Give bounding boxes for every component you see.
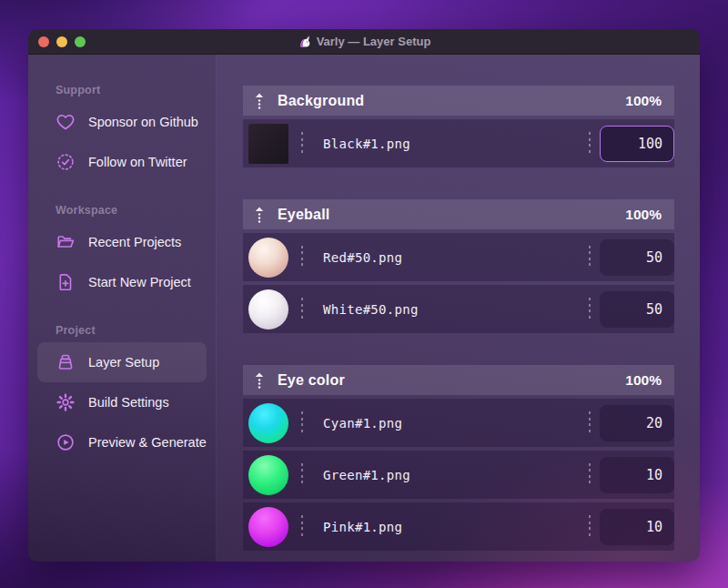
layer-row[interactable]: Green#1.png [243, 451, 674, 499]
group-name: Background [278, 93, 364, 109]
section-label-workspace: Workspace [56, 204, 216, 218]
layer-filename: Red#50.png [323, 250, 402, 265]
sidebar-item-build-settings[interactable]: Build Settings [28, 382, 216, 422]
dashed-divider [301, 463, 303, 487]
layer-thumbnail [248, 238, 288, 278]
layer-filename: Pink#1.png [323, 520, 402, 534]
group-name: Eye color [278, 372, 345, 389]
layer-row[interactable]: White#50.png [243, 285, 674, 333]
sidebar-item-preview-generate[interactable]: Preview & Generate [28, 422, 216, 462]
layer-filename: Cyan#1.png [323, 416, 402, 431]
sidebar-item-follow-on-twitter[interactable]: Follow on Twitter [28, 142, 216, 182]
layer-thumbnail [248, 124, 288, 164]
dashed-divider [301, 132, 303, 156]
sidebar-section-project: Project Layer Setup Build Settings Previ… [28, 324, 216, 462]
layer-weight-input[interactable] [600, 291, 674, 328]
layer-weight-input[interactable] [600, 126, 674, 162]
sidebar-section-workspace: Workspace Recent Projects Start New Proj… [28, 204, 216, 302]
play-circle-icon [56, 432, 76, 452]
unicorn-icon [298, 35, 312, 49]
sidebar-item-label: Preview & Generate [88, 435, 207, 450]
drag-handle-icon[interactable] [254, 206, 265, 224]
layer-thumbnail [248, 289, 288, 329]
group-header[interactable]: Eyeball 100% [243, 199, 674, 229]
sidebar: Support Sponsor on Github Follow on Twit… [28, 55, 217, 562]
sidebar-item-label: Follow on Twitter [88, 155, 187, 169]
layer-filename: Black#1.png [323, 137, 410, 151]
sidebar-item-label: Start New Project [88, 275, 191, 289]
drag-handle-icon[interactable] [254, 92, 265, 110]
title-bar[interactable]: Varly — Layer Setup [28, 29, 700, 55]
section-label-support: Support [56, 84, 216, 98]
gear-icon [56, 392, 76, 412]
section-label-project: Project [56, 324, 216, 339]
sidebar-item-label: Layer Setup [88, 355, 159, 370]
dashed-divider [301, 298, 303, 321]
drag-handle-icon[interactable] [254, 371, 265, 390]
heart-icon [56, 112, 76, 132]
file-plus-icon [56, 272, 76, 292]
group-name: Eyeball [278, 207, 329, 223]
layer-row[interactable]: Red#50.png [243, 233, 674, 281]
dashed-divider [589, 411, 591, 435]
dashed-divider [301, 246, 303, 269]
dashed-divider [589, 463, 591, 487]
layer-weight-input[interactable] [600, 509, 674, 545]
dashed-divider [589, 298, 591, 321]
layer-thumbnail [248, 507, 288, 547]
layer-row[interactable]: Cyan#1.png [243, 399, 674, 447]
layer-thumbnail [248, 403, 288, 443]
sidebar-item-recent-projects[interactable]: Recent Projects [28, 222, 216, 262]
dashed-divider [589, 246, 591, 269]
group-header[interactable]: Eye color 100% [243, 365, 674, 395]
sidebar-item-start-new-project[interactable]: Start New Project [28, 262, 216, 302]
layer-weight-input[interactable] [600, 405, 674, 441]
layer-box-icon [56, 352, 76, 372]
layer-weight-input[interactable] [600, 239, 674, 276]
layer-filename: Green#1.png [323, 468, 410, 482]
dashed-divider [589, 515, 591, 539]
group-header[interactable]: Background 100% [243, 86, 674, 116]
layer-group-eyeball: Eyeball 100% Red#50.png White#50.png [243, 199, 674, 333]
layer-row[interactable]: Black#1.png [243, 119, 674, 167]
dashed-divider [301, 411, 303, 435]
sidebar-item-label: Recent Projects [88, 235, 181, 249]
sidebar-section-support: Support Sponsor on Github Follow on Twit… [28, 84, 216, 182]
group-opacity: 100% [625, 207, 662, 223]
layer-group-background: Background 100% Black#1.png [243, 86, 674, 167]
sidebar-item-label: Build Settings [88, 395, 169, 410]
group-opacity: 100% [625, 93, 662, 109]
sidebar-item-layer-setup[interactable]: Layer Setup [37, 342, 207, 382]
layer-list-panel[interactable]: Background 100% Black#1.png Eyeball [217, 55, 700, 562]
app-window: Varly — Layer Setup Support Sponsor on G… [28, 29, 700, 562]
verified-badge-icon [56, 152, 76, 172]
layer-weight-input[interactable] [600, 457, 674, 493]
sidebar-item-label: Sponsor on Github [88, 115, 198, 129]
layer-row[interactable]: Pink#1.png [243, 502, 674, 551]
dashed-divider [589, 132, 591, 156]
group-opacity: 100% [625, 372, 662, 389]
window-title-text: Varly — Layer Setup [317, 35, 431, 48]
layer-filename: White#50.png [323, 302, 419, 317]
window-title: Varly — Layer Setup [28, 35, 700, 49]
dashed-divider [301, 515, 303, 539]
layer-group-eye-color: Eye color 100% Cyan#1.png Green#1.png [243, 365, 674, 551]
layer-thumbnail [248, 455, 288, 495]
sidebar-item-sponsor-on-github[interactable]: Sponsor on Github [28, 102, 216, 142]
folder-open-icon [56, 232, 76, 252]
